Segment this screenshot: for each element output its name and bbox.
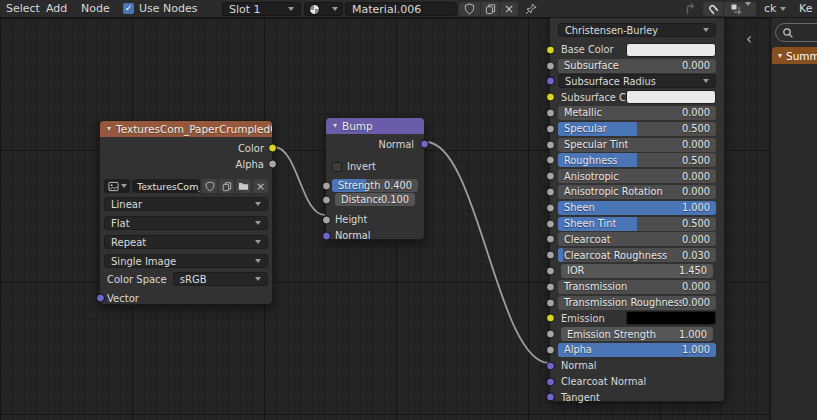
field-clearcoat-roughness[interactable]: Clearcoat Roughness0.030: [558, 248, 716, 262]
field-anisotropic-rotation[interactable]: Anisotropic Rotation0.000: [558, 185, 716, 199]
field-roughness[interactable]: Roughness0.500: [558, 153, 716, 167]
transmission-slider[interactable]: Transmission0.000: [558, 280, 716, 294]
normal-input-socket[interactable]: [322, 231, 331, 240]
search-input[interactable]: [794, 27, 814, 38]
ior-socket[interactable]: [546, 266, 555, 275]
menu-add[interactable]: Add: [46, 2, 67, 15]
field-specular-tint[interactable]: Specular Tint0.000: [558, 138, 716, 152]
image-name-field[interactable]: TexturesCom_P..: [132, 179, 200, 193]
subsurface-radius-socket[interactable]: [546, 77, 555, 86]
roughness-socket[interactable]: [546, 156, 555, 165]
panel-collapse-arrow[interactable]: ‹: [746, 30, 752, 48]
field-ior[interactable]: IOR1.450: [558, 264, 716, 278]
parent-node-tree-button[interactable]: [684, 2, 698, 16]
node-header[interactable]: ▾ Bump: [326, 118, 424, 134]
interpolation-dropdown[interactable]: Linear: [104, 197, 268, 211]
tangent-socket[interactable]: [546, 393, 555, 402]
unlink-material-button[interactable]: ×: [500, 2, 518, 16]
field-alpha[interactable]: Alpha1.000: [558, 343, 716, 357]
sheen-tint-slider[interactable]: Sheen Tint0.500: [558, 217, 716, 231]
vector-input-socket[interactable]: [96, 294, 105, 303]
color-space-dropdown[interactable]: sRGB: [173, 272, 268, 286]
truncated-control-right[interactable]: Ke: [799, 2, 812, 15]
ior-number[interactable]: IOR1.450: [561, 264, 713, 278]
normal-socket[interactable]: [546, 361, 555, 370]
field-emission-strength[interactable]: Emission Strength1.000: [558, 327, 716, 341]
clearcoat-normal-socket[interactable]: [546, 377, 555, 386]
distance-input-socket[interactable]: [322, 195, 331, 204]
snap-target-dropdown[interactable]: [724, 2, 756, 16]
christensen-burley-dropdown[interactable]: Christensen-Burley: [558, 23, 716, 37]
subsurface-radius-dropdown[interactable]: Subsurface Radius: [558, 74, 716, 88]
field-sheen-tint[interactable]: Sheen Tint0.500: [558, 217, 716, 231]
field-sheen[interactable]: Sheen1.000: [558, 201, 716, 215]
base-color-socket[interactable]: [546, 45, 555, 54]
fake-user-button[interactable]: [459, 2, 480, 16]
collapse-triangle-icon[interactable]: ▾: [333, 122, 337, 130]
material-name-field[interactable]: Material.006: [345, 2, 457, 16]
emission-socket[interactable]: [546, 314, 555, 323]
open-image-button[interactable]: [236, 179, 251, 193]
image-browse-button[interactable]: [104, 179, 130, 193]
panel-tab-summary[interactable]: ▾ Summ: [772, 47, 817, 64]
material-browse-button[interactable]: [304, 2, 343, 16]
field-emission[interactable]: Emission: [558, 311, 716, 325]
strength-input-socket[interactable]: [322, 181, 331, 190]
pin-button[interactable]: [524, 2, 538, 16]
anisotropic-socket[interactable]: [546, 172, 555, 181]
base-color-color-swatch[interactable]: [626, 43, 716, 57]
invert-checkbox[interactable]: [332, 162, 342, 172]
projection-dropdown[interactable]: Flat: [104, 216, 268, 230]
snap-toggle-button[interactable]: [703, 2, 723, 16]
unlink-button[interactable]: ×: [253, 179, 268, 193]
field-clearcoat[interactable]: Clearcoat0.000: [558, 232, 716, 246]
emission-strength-socket[interactable]: [546, 330, 555, 339]
fake-user-button[interactable]: [202, 179, 217, 193]
alpha-output-socket[interactable]: [268, 160, 277, 169]
field-specular[interactable]: Specular0.500: [558, 122, 716, 136]
field-anisotropic[interactable]: Anisotropic0.000: [558, 169, 716, 183]
slot-dropdown[interactable]: Slot 1: [222, 2, 301, 16]
node-image-texture[interactable]: ▾ TexturesCom_PaperCrumpled0028_S.j Colo…: [99, 120, 273, 305]
field-subsurface-c[interactable]: Subsurface C...: [558, 90, 716, 104]
duplicate-material-button[interactable]: [481, 2, 499, 16]
subsurface-c-color-swatch[interactable]: [626, 90, 716, 104]
color-output-socket[interactable]: [268, 144, 277, 153]
metallic-socket[interactable]: [546, 108, 555, 117]
field-transmission[interactable]: Transmission0.000: [558, 280, 716, 294]
clearcoat-roughness-slider[interactable]: Clearcoat Roughness0.030: [558, 248, 716, 262]
field-subsurface-radius[interactable]: Subsurface Radius: [558, 74, 716, 88]
anisotropic-slider[interactable]: Anisotropic0.000: [558, 169, 716, 183]
node-principled-bsdf[interactable]: Christensen-BurleyBase ColorSubsurface0.…: [549, 0, 725, 402]
metallic-slider[interactable]: Metallic0.000: [558, 106, 716, 120]
sheen-tint-socket[interactable]: [546, 219, 555, 228]
subsurface-socket[interactable]: [546, 61, 555, 70]
duplicate-button[interactable]: [219, 179, 234, 193]
alpha-slider[interactable]: Alpha1.000: [558, 343, 716, 357]
truncated-control-left[interactable]: ck: [764, 2, 786, 15]
field-subsurface[interactable]: Subsurface0.000: [558, 59, 716, 73]
search-box[interactable]: [775, 23, 817, 42]
field-christensen-burley[interactable]: Christensen-Burley: [558, 23, 716, 37]
clearcoat-slider[interactable]: Clearcoat0.000: [558, 232, 716, 246]
extension-dropdown[interactable]: Repeat: [104, 235, 268, 249]
node-header[interactable]: ▾ TexturesCom_PaperCrumpled0028_S.j: [100, 121, 272, 137]
sheen-socket[interactable]: [546, 203, 555, 212]
distance-field[interactable]: Distance 0.100: [335, 193, 415, 206]
anisotropic-rotation-socket[interactable]: [546, 187, 555, 196]
subsurface-c-socket[interactable]: [546, 93, 555, 102]
field-transmission-roughness[interactable]: Transmission Roughness0.000: [558, 296, 716, 310]
roughness-slider[interactable]: Roughness0.500: [558, 153, 716, 167]
clearcoat-socket[interactable]: [546, 235, 555, 244]
specular-socket[interactable]: [546, 124, 555, 133]
emission-strength-number[interactable]: Emission Strength1.000: [561, 327, 713, 341]
source-dropdown[interactable]: Single Image: [104, 254, 268, 268]
alpha-socket[interactable]: [546, 345, 555, 354]
field-metallic[interactable]: Metallic0.000: [558, 106, 716, 120]
transmission-roughness-slider[interactable]: Transmission Roughness0.000: [558, 296, 716, 310]
use-nodes-checkbox[interactable]: ✓: [123, 3, 134, 14]
transmission-roughness-socket[interactable]: [546, 298, 555, 307]
sheen-slider[interactable]: Sheen1.000: [558, 201, 716, 215]
collapse-triangle-icon[interactable]: ▾: [107, 125, 111, 133]
clearcoat-roughness-socket[interactable]: [546, 251, 555, 260]
